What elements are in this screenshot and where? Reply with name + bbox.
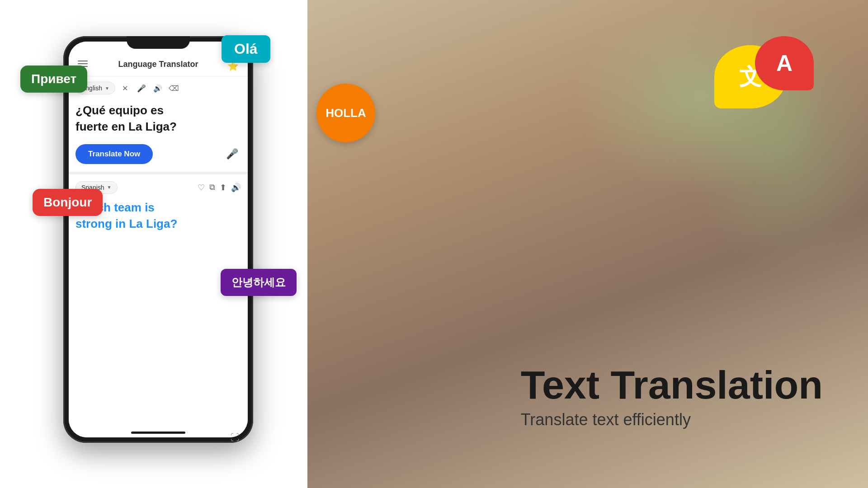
letter-a-icon: A (776, 50, 793, 76)
input-language-bar: English ▼ ✕ 🎤 🔊 ⌫ (75, 82, 241, 94)
share-icon[interactable]: ⬆ (220, 183, 226, 192)
copy-icon[interactable]: ⧉ (209, 183, 215, 192)
floating-label-bonjour: Bonjour (33, 189, 103, 216)
red-bubble: A (755, 36, 814, 90)
phone-screen-area: Language Translator ⭐ English ▼ ✕ 🎤 🔊 ⌫ (69, 42, 248, 437)
output-language-arrow: ▼ (107, 185, 112, 190)
delete-icon[interactable]: ⌫ (168, 82, 180, 94)
clear-button[interactable]: ✕ (119, 82, 132, 94)
main-title: Text Translation (521, 365, 823, 405)
speaker-icon[interactable]: 🔊 (151, 82, 164, 94)
subtitle: Translate text efficiently (521, 410, 823, 429)
output-speaker-icon[interactable]: 🔊 (231, 183, 241, 192)
app-title: Language Translator (118, 60, 198, 69)
right-side-content: Text Translation Translate text efficien… (521, 365, 823, 429)
output-text-line2: strong in La Liga? (75, 216, 241, 232)
input-text-line1: ¿Qué equipo es (75, 102, 241, 118)
floating-label-holla: HOLLA (316, 84, 375, 142)
phone-home-indicator (131, 432, 185, 434)
translation-icons-decoration: 文 A (714, 36, 814, 108)
voice-input-button[interactable]: 🎤 (223, 145, 241, 163)
floating-label-privet: Привет (20, 66, 87, 93)
phone-mockup: Language Translator ⭐ English ▼ ✕ 🎤 🔊 ⌫ (63, 36, 253, 452)
translate-now-button[interactable]: Translate Now (75, 144, 153, 164)
output-action-icons: ♡ ⧉ ⬆ 🔊 (198, 183, 241, 192)
translate-button-row: Translate Now 🎤 (75, 142, 241, 166)
input-text: ¿Qué equipo es fuerte en La Liga? (75, 100, 241, 142)
input-section: English ▼ ✕ 🎤 🔊 ⌫ ¿Qué equipo es fuerte … (69, 76, 248, 174)
input-language-arrow: ▼ (105, 86, 109, 91)
phone-screen: Language Translator ⭐ English ▼ ✕ 🎤 🔊 ⌫ (69, 42, 248, 437)
floating-label-annyeong: 안녕하세요 (221, 269, 297, 296)
menu-line-1 (78, 61, 88, 61)
heart-icon[interactable]: ♡ (198, 183, 205, 192)
input-text-line2: fuerte en La Liga? (75, 118, 241, 135)
menu-line-2 (78, 63, 88, 64)
phone-notch (127, 36, 190, 49)
floating-label-ola: Olá (222, 35, 270, 63)
microphone-icon[interactable]: 🎤 (135, 82, 148, 94)
phone-outer-frame: Language Translator ⭐ English ▼ ✕ 🎤 🔊 ⌫ (63, 36, 253, 443)
expand-icon[interactable]: ⛶ (231, 432, 240, 443)
translation-bubbles: 文 A (714, 36, 814, 108)
